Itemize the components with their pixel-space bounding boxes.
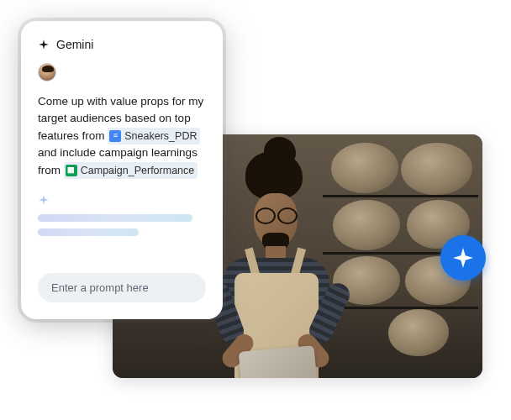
- tablet-device: [239, 345, 318, 378]
- gemini-sparkle-icon: [38, 39, 50, 50]
- file-chip-sheets[interactable]: ▦Campaign_Performance: [64, 162, 198, 180]
- docs-icon: ≡: [109, 130, 121, 142]
- prompt-input[interactable]: Enter a prompt here: [38, 273, 206, 302]
- sheets-icon: ▦: [66, 165, 77, 176]
- sparkle-icon: [452, 247, 474, 269]
- prompt-input-placeholder: Enter a prompt here: [51, 281, 149, 294]
- gemini-header: Gemini: [38, 38, 206, 51]
- gemini-sparkle-icon: [38, 194, 50, 206]
- gemini-panel: Gemini Come up with value props for my t…: [21, 21, 223, 319]
- user-avatar: [38, 63, 56, 81]
- user-prompt: Come up with value props for my target a…: [38, 93, 206, 179]
- gemini-title: Gemini: [56, 38, 93, 51]
- loading-bar: [38, 214, 192, 222]
- gemini-response-loading: [38, 194, 206, 243]
- gemini-badge[interactable]: [440, 235, 486, 281]
- file-chip-label: Sneakers_PDR: [124, 129, 197, 144]
- file-chip-docs[interactable]: ≡Sneakers_PDR: [108, 128, 200, 145]
- loading-bar: [38, 228, 139, 236]
- file-chip-label: Campaign_Performance: [81, 163, 195, 179]
